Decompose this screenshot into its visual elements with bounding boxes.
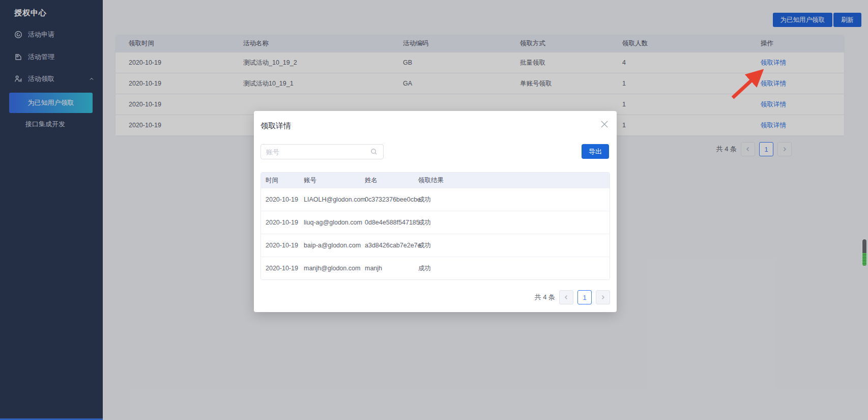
cell-result: 成功 — [418, 241, 610, 250]
modal-table-row: 2020-10-19 manjh@glodon.com manjh 成功 — [261, 257, 610, 279]
cell-time: 2020-10-19 — [266, 242, 304, 249]
column-header: 领取结果 — [418, 176, 610, 185]
cell-time: 2020-10-19 — [266, 219, 304, 226]
modal-table-row: 2020-10-19 LIAOLH@glodon.com 0c3732376be… — [261, 188, 610, 211]
modal-table-header-row: 时间 账号 姓名 领取结果 — [261, 173, 610, 188]
chevron-right-icon — [600, 294, 606, 300]
cell-result: 成功 — [418, 218, 610, 227]
cell-time: 2020-10-19 — [266, 265, 304, 272]
cell-account: liuq-ag@glodon.com — [304, 219, 365, 226]
cell-account: manjh@glodon.com — [304, 265, 365, 272]
chevron-left-icon — [563, 294, 569, 300]
close-button[interactable] — [599, 119, 610, 130]
cell-account: LIAOLH@glodon.com — [304, 196, 365, 203]
page-number-button[interactable]: 1 — [577, 290, 592, 304]
claim-detail-modal: 领取详情 导出 时间 账号 姓名 领取结果 2020-10-19 LIAOLH@… — [254, 111, 617, 312]
column-header: 姓名 — [365, 176, 418, 185]
cell-time: 2020-10-19 — [266, 196, 304, 203]
prev-page-button[interactable] — [559, 290, 573, 304]
column-header: 时间 — [266, 176, 304, 185]
cell-name: 0d8e4e588f547185 — [365, 219, 418, 226]
modal-table-row: 2020-10-19 liuq-ag@glodon.com 0d8e4e588f… — [261, 211, 610, 234]
scroll-indicator-widget[interactable] — [862, 239, 867, 266]
claim-detail-table: 时间 账号 姓名 领取结果 2020-10-19 LIAOLH@glodon.c… — [261, 172, 610, 280]
close-icon — [599, 119, 610, 130]
export-button[interactable]: 导出 — [582, 144, 609, 159]
cell-name: a3d8426cab7e2e7e — [365, 242, 418, 249]
cell-name: 0c3732376bee0cbe — [365, 196, 418, 203]
modal-table-row: 2020-10-19 baip-a@glodon.com a3d8426cab7… — [261, 234, 610, 257]
cell-result: 成功 — [418, 195, 610, 204]
modal-pagination: 共 4 条 1 — [535, 290, 610, 304]
total-count-label: 共 4 条 — [535, 293, 555, 302]
column-header: 账号 — [304, 176, 365, 185]
cell-result: 成功 — [418, 264, 610, 273]
next-page-button[interactable] — [596, 290, 610, 304]
account-search-input[interactable] — [261, 144, 384, 159]
scroll-indicator-progress — [862, 253, 866, 266]
cell-account: baip-a@glodon.com — [304, 242, 365, 249]
cell-name: manjh — [365, 265, 418, 272]
modal-title: 领取详情 — [261, 121, 291, 131]
